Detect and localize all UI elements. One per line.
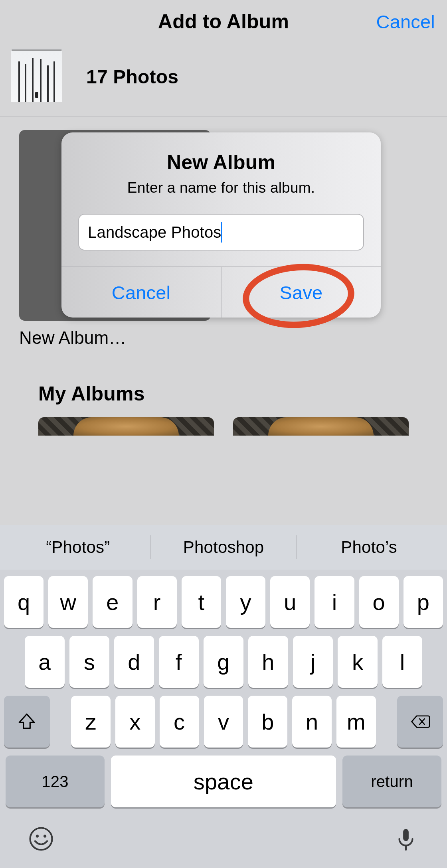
key-s[interactable]: s [69, 636, 109, 688]
key-j[interactable]: j [293, 636, 333, 688]
album-name-input[interactable]: Landscape Photos [78, 214, 364, 251]
svg-point-1 [36, 835, 39, 838]
sheet-header: Add to Album Cancel [0, 0, 447, 43]
onscreen-keyboard: “Photos” Photoshop Photo’s q w e r t y u… [0, 525, 447, 868]
svg-point-2 [44, 835, 46, 838]
key-t[interactable]: t [182, 576, 221, 628]
svg-point-0 [30, 828, 52, 850]
keyboard-suggestions: “Photos” Photoshop Photo’s [0, 525, 447, 570]
alert-cancel-button[interactable]: Cancel [61, 267, 221, 318]
alert-save-button[interactable]: Save [221, 267, 381, 318]
key-r[interactable]: r [137, 576, 177, 628]
backspace-icon [410, 712, 430, 732]
key-q[interactable]: q [4, 576, 44, 628]
key-row-1: q w e r t y u i o p [4, 576, 443, 628]
cancel-button[interactable]: Cancel [376, 11, 435, 33]
microphone-icon [393, 826, 419, 852]
key-e[interactable]: e [93, 576, 132, 628]
key-f[interactable]: f [159, 636, 199, 688]
key-c[interactable]: c [160, 696, 199, 748]
text-caret [221, 222, 222, 243]
suggestion[interactable]: Photo’s [297, 538, 441, 557]
suggestion[interactable]: Photoshop [151, 538, 296, 557]
album-tile[interactable] [233, 417, 409, 436]
key-row-4: 123 space return [4, 756, 443, 816]
key-y[interactable]: y [226, 576, 265, 628]
key-k[interactable]: k [338, 636, 378, 688]
key-h[interactable]: h [248, 636, 288, 688]
new-album-alert: New Album Enter a name for this album. L… [61, 132, 381, 318]
key-v[interactable]: v [204, 696, 243, 748]
return-key[interactable]: return [342, 756, 441, 807]
key-row-2: a s d f g h j k l [4, 636, 443, 688]
suggestion[interactable]: “Photos” [6, 538, 150, 557]
key-w[interactable]: w [48, 576, 88, 628]
svg-rect-3 [403, 829, 409, 841]
key-m[interactable]: m [336, 696, 376, 748]
key-d[interactable]: d [114, 636, 154, 688]
dictation-key[interactable] [393, 826, 419, 852]
emoji-icon [28, 826, 54, 852]
my-albums-heading: My Albums [38, 382, 409, 405]
key-b[interactable]: b [248, 696, 287, 748]
album-name-value: Landscape Photos [88, 223, 222, 241]
key-o[interactable]: o [359, 576, 399, 628]
space-key[interactable]: space [111, 756, 336, 807]
selection-thumbnail [11, 51, 62, 102]
key-x[interactable]: x [115, 696, 155, 748]
selection-count: 17 Photos [86, 66, 178, 88]
alert-subtitle: Enter a name for this album. [78, 180, 364, 196]
shift-icon [17, 712, 37, 732]
emoji-key[interactable] [28, 826, 54, 852]
key-z[interactable]: z [71, 696, 111, 748]
key-l[interactable]: l [382, 636, 422, 688]
key-g[interactable]: g [204, 636, 243, 688]
sheet-title: Add to Album [158, 10, 289, 33]
album-tile[interactable] [38, 417, 214, 436]
alert-title: New Album [78, 151, 364, 174]
backspace-key[interactable] [397, 696, 443, 748]
selection-summary: 17 Photos [0, 43, 447, 116]
key-row-3: z x c v b n m [4, 696, 443, 748]
shift-key[interactable] [4, 696, 50, 748]
key-n[interactable]: n [292, 696, 332, 748]
key-p[interactable]: p [403, 576, 443, 628]
key-u[interactable]: u [270, 576, 310, 628]
numbers-key[interactable]: 123 [6, 756, 105, 807]
key-a[interactable]: a [25, 636, 65, 688]
new-album-label: New Album… [19, 328, 428, 348]
key-i[interactable]: i [314, 576, 354, 628]
